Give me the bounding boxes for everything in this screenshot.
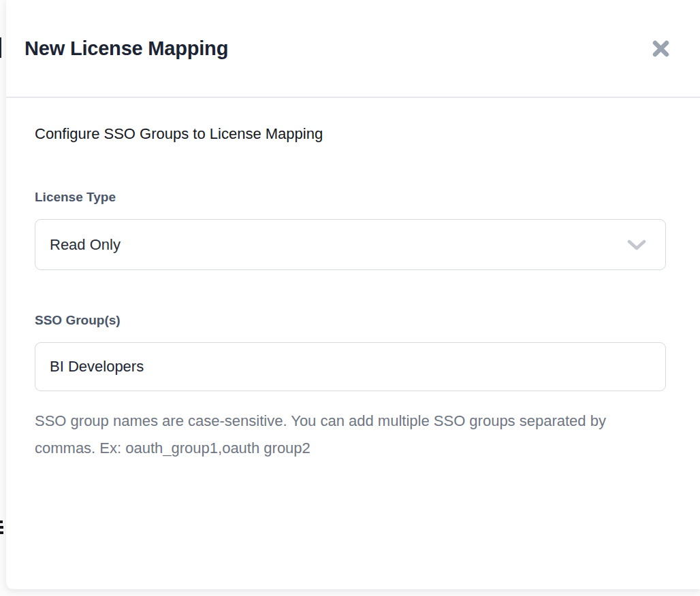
close-icon <box>652 40 670 57</box>
modal-description: Configure SSO Groups to License Mapping <box>35 124 666 144</box>
sso-groups-label: SSO Group(s) <box>35 312 666 329</box>
clipped-list-icon-artifact <box>0 526 3 529</box>
clipped-page-artifact <box>0 37 1 58</box>
modal-title: New License Mapping <box>25 37 228 60</box>
chevron-down-icon <box>627 239 646 250</box>
new-license-mapping-modal: New License Mapping Configure SSO Groups… <box>6 0 700 589</box>
sso-groups-help-text: SSO group names are case-sensitive. You … <box>35 408 615 462</box>
clipped-list-icon-artifact <box>0 531 3 534</box>
modal-body: Configure SSO Groups to License Mapping … <box>6 98 700 462</box>
license-type-label: License Type <box>35 189 666 205</box>
modal-header: New License Mapping <box>6 0 700 98</box>
clipped-list-icon-artifact <box>0 520 3 523</box>
close-button[interactable] <box>649 37 673 60</box>
license-type-select[interactable]: Read Only <box>35 219 666 270</box>
sso-groups-input[interactable] <box>35 342 666 391</box>
license-type-selected-value: Read Only <box>50 236 121 254</box>
